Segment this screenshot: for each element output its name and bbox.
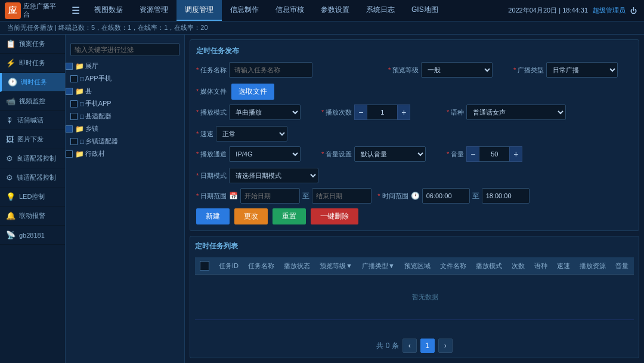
tree-node-展厅[interactable]: 📁展厅 [66, 60, 184, 72]
tree-node-手机APP[interactable]: □手机APP [66, 97, 184, 110]
tree-node-label: 手机APP [85, 99, 112, 108]
tree-checkbox[interactable] [66, 63, 73, 70]
reset-button[interactable]: 重置 [273, 208, 306, 224]
th-task-name: 任务名称 [243, 257, 279, 275]
calendar-icon: 📅 [229, 192, 238, 200]
sidebar-icon: ⚙ [6, 154, 13, 163]
sidebar-item-即时任务[interactable]: ⚡即时任务 [0, 54, 65, 73]
file-icon: □ [80, 75, 84, 82]
nav-item-信息审核[interactable]: 信息审核 [267, 0, 312, 21]
date-start-input[interactable] [240, 188, 300, 204]
speed-select[interactable]: 正常快速慢速 [216, 126, 287, 141]
tree-node-APP手机[interactable]: □APP手机 [66, 72, 184, 85]
urgency-select[interactable]: 一般紧急特急 [421, 62, 493, 78]
time-start-input[interactable] [422, 188, 470, 204]
table-header-row: 任务ID 任务名称 播放状态 预览等级▼ 广播类型▼ 预览区域 文件名称 播放模… [195, 257, 634, 275]
th-checkbox[interactable] [195, 257, 214, 275]
tree-node-县[interactable]: 📁县 [66, 85, 184, 97]
date-mode-select[interactable]: 请选择日期模式每天工作日自定义 [229, 168, 318, 183]
sidebar-label: 良适配器控制 [17, 154, 56, 163]
get-file-button[interactable]: 选取文件 [231, 84, 274, 100]
nav-item-调度管理[interactable]: 调度管理 [177, 0, 222, 21]
main-layout: 📋预案任务⚡即时任务🕐调时任务📹视频监控🎙话筒喊话🖼图片下发⚙良适配器控制⚙镇适… [0, 35, 644, 363]
sidebar-item-镇适配器控制[interactable]: ⚙镇适配器控制 [0, 168, 65, 187]
datetime: 2022年04月20日 | 18:44:31 [508, 6, 588, 15]
sidebar-item-gb28181[interactable]: 📡gb28181 [0, 226, 65, 245]
tree-search-input[interactable] [70, 43, 179, 56]
tree-node-label: 展厅 [85, 61, 98, 70]
nav-item-资源管理[interactable]: 资源管理 [131, 0, 177, 21]
add-button[interactable]: 新建 [196, 208, 230, 224]
sidebar-label: 调时任务 [21, 78, 47, 87]
tree-node-乡镇适配器[interactable]: □乡镇适配器 [66, 135, 184, 147]
sidebar-item-视频监控[interactable]: 📹视频监控 [0, 92, 65, 111]
tree-checkbox[interactable] [66, 150, 73, 158]
form-row-2: 播放模式 单曲播放循环播放顺序播放 播放次数 − + [196, 104, 633, 141]
form-row-1: 任务名称 预览等级 一般紧急特急 广播类型 日常广播应急广播预警广播 [196, 62, 633, 100]
volume-label: 音量 [447, 150, 464, 159]
volume-input[interactable] [479, 146, 509, 162]
hamburger-button[interactable]: ☰ [66, 5, 86, 16]
time-end-input[interactable] [482, 188, 530, 204]
date-end-input[interactable] [312, 188, 371, 204]
th-broadcast-type[interactable]: 广播类型▼ [357, 257, 400, 275]
tree-checkbox[interactable] [70, 75, 78, 82]
sidebar-item-联动报警[interactable]: 🔔联动报警 [0, 207, 65, 226]
sidebar-item-预案任务[interactable]: 📋预案任务 [0, 35, 65, 54]
volume-setting-select[interactable]: 默认音量自定义 [354, 146, 426, 162]
time-range-label: 时间范围 [377, 192, 408, 201]
speed-field: 速速 正常快速慢速 [196, 126, 315, 141]
play-count-decrease[interactable]: − [354, 104, 367, 120]
tree-node-行政村[interactable]: 📁行政村 [66, 147, 184, 160]
sidebar-label: LED控制 [19, 192, 45, 201]
sidebar-item-图片下发[interactable]: 🖼图片下发 [0, 130, 65, 149]
edit-button[interactable]: 更改 [234, 208, 268, 224]
volume-setting-label: 音量设置 [321, 150, 352, 159]
channel-select[interactable]: IP/4G调频有线 [229, 146, 301, 162]
sidebar-item-调时任务[interactable]: 🕐调时任务 [0, 73, 65, 92]
volume-increase[interactable]: + [509, 146, 522, 162]
play-mode-select[interactable]: 单曲播放循环播放顺序播放 [229, 104, 301, 120]
delete-all-button[interactable]: 一键删除 [311, 208, 358, 224]
th-urgency[interactable]: 预览等级▼ [315, 257, 357, 275]
tree-checkbox[interactable] [70, 100, 78, 107]
page-current-button[interactable]: 1 [420, 339, 435, 353]
play-count-label: 播放次数 [321, 108, 352, 117]
left-sidebar: 📋预案任务⚡即时任务🕐调时任务📹视频监控🎙话筒喊话🖼图片下发⚙良适配器控制⚙镇适… [0, 35, 66, 363]
sidebar-item-LED控制[interactable]: 💡LED控制 [0, 187, 65, 207]
tree-checkbox[interactable] [70, 138, 78, 145]
nav-item-GIS地图[interactable]: GIS地图 [403, 0, 447, 21]
broadcast-type-select[interactable]: 日常广播应急广播预警广播 [546, 62, 618, 78]
sidebar-item-良适配器控制[interactable]: ⚙良适配器控制 [0, 149, 65, 168]
tree-node-label: 县 [85, 87, 92, 96]
task-name-input[interactable] [229, 62, 312, 78]
play-count-input[interactable] [367, 104, 397, 120]
tree-node-乡镇[interactable]: 📁乡镇 [66, 122, 184, 135]
tree-node-label: APP手机 [85, 74, 112, 83]
play-count-control: − + [354, 104, 410, 120]
nav-item-信息制作[interactable]: 信息制作 [222, 0, 267, 21]
play-count-increase[interactable]: + [397, 104, 410, 120]
th-area: 预览区域 [400, 257, 435, 275]
page-next-button[interactable]: › [438, 339, 453, 353]
nav-item-参数设置[interactable]: 参数设置 [312, 0, 358, 21]
sidebar-icon: 🎙 [6, 116, 14, 125]
nav-item-系统日志[interactable]: 系统日志 [358, 0, 403, 21]
sidebar-icon: ⚡ [6, 59, 16, 67]
sidebar-icon: 🕐 [8, 78, 17, 87]
table-container[interactable]: 任务ID 任务名称 播放状态 预览等级▼ 广播类型▼ 预览区域 文件名称 播放模… [195, 257, 634, 334]
th-date: 日期 [633, 257, 634, 275]
table-section: 定时任务列表 任务ID 任务名称 播放状态 预览等级▼ 广播类型▼ 预览区域 [190, 236, 639, 358]
volume-decrease[interactable]: − [466, 146, 479, 162]
tree-checkbox[interactable] [66, 125, 73, 133]
nav-item-视图数据[interactable]: 视图数据 [86, 0, 131, 21]
power-icon[interactable]: ⏻ [630, 7, 637, 14]
tree-node-县适配器[interactable]: □县适配器 [66, 110, 184, 122]
sidebar-item-话筒喊话[interactable]: 🎙话筒喊话 [0, 111, 65, 130]
time-separator: 至 [472, 191, 479, 201]
tree-checkbox[interactable] [70, 113, 78, 120]
page-prev-button[interactable]: ‹ [402, 339, 417, 353]
admin-label: 超级管理员 [593, 6, 626, 15]
seed-select[interactable]: 普通话女声普通话男声 [466, 104, 566, 120]
tree-checkbox[interactable] [66, 88, 73, 95]
